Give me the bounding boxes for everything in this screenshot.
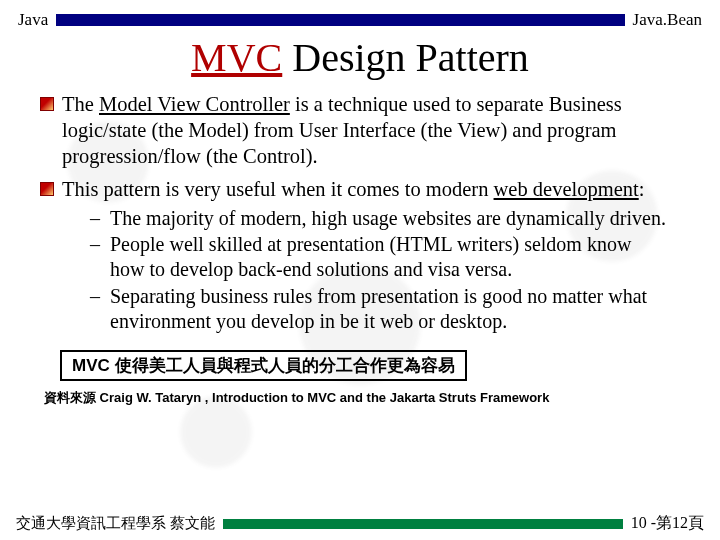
footer-bar: 交通大學資訊工程學系 蔡文能 10 -第12頁 <box>0 513 720 534</box>
footer-right: 10 -第12頁 <box>631 513 704 534</box>
footer-rule <box>223 519 623 529</box>
sub-item: Separating business rules from presentat… <box>90 284 666 334</box>
b1-underline: Model View Controller <box>99 93 290 115</box>
title-rest: Design Pattern <box>282 35 529 80</box>
header-bar: Java Java.Bean <box>0 10 720 30</box>
b1-pre: The <box>62 93 99 115</box>
bullet-1: The Model View Controller is a technique… <box>40 91 686 170</box>
header-left: Java <box>18 10 48 30</box>
sub-item: People well skilled at presentation (HTM… <box>90 232 666 282</box>
slide-title: MVC Design Pattern <box>0 34 720 81</box>
sub-item: The majority of modern, high usage websi… <box>90 206 666 231</box>
bullet-2: This pattern is very useful when it come… <box>40 176 686 334</box>
b2-underline: web development <box>494 178 639 200</box>
b2-pre: This pattern is very useful when it come… <box>62 178 494 200</box>
callout-box: MVC 使得美工人員與程式人員的分工合作更為容易 <box>60 350 467 381</box>
sub-list: The majority of modern, high usage websi… <box>62 202 686 334</box>
header-rule <box>56 14 624 26</box>
title-highlight: MVC <box>191 35 282 80</box>
header-right: Java.Bean <box>633 10 702 30</box>
source-line: 資料來源 Craig W. Tataryn , Introduction to … <box>44 389 720 407</box>
main-list: The Model View Controller is a technique… <box>0 91 720 334</box>
b2-post: : <box>639 178 645 200</box>
footer-left: 交通大學資訊工程學系 蔡文能 <box>16 514 215 533</box>
